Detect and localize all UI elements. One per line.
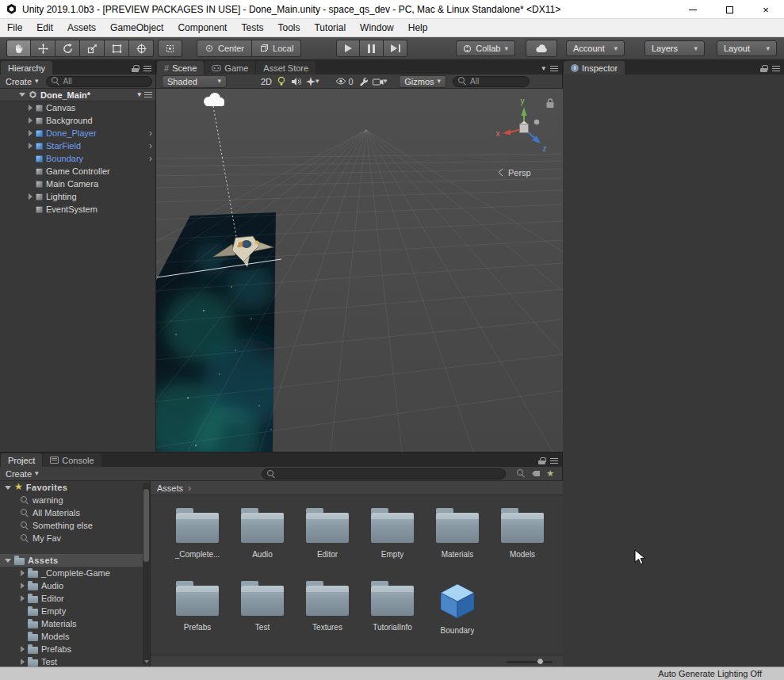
- search-by-label-icon[interactable]: [532, 471, 540, 476]
- panel-menu-icon[interactable]: [550, 66, 558, 71]
- panel-menu-icon[interactable]: [550, 458, 558, 464]
- tree-folder-materials[interactable]: Materials: [0, 617, 150, 630]
- move-tool-button[interactable]: [31, 40, 55, 57]
- collab-dropdown[interactable]: Collab ▾: [456, 40, 515, 56]
- tab-asset-store[interactable]: Asset Store: [256, 61, 316, 74]
- asset-item-models[interactable]: Models: [490, 505, 555, 578]
- tree-folder-editor[interactable]: Editor: [0, 592, 150, 605]
- tree-folder-empty[interactable]: Empty: [0, 605, 150, 617]
- rect-tool-button[interactable]: [105, 40, 129, 57]
- menu-component[interactable]: Component: [170, 19, 234, 36]
- menu-help[interactable]: Help: [401, 19, 435, 36]
- hierarchy-item-eventsystem[interactable]: EventSystem: [0, 203, 155, 216]
- tree-saved-search-something-else[interactable]: Something else: [0, 519, 150, 532]
- search-by-type-icon[interactable]: [517, 469, 526, 478]
- menu-gameobject[interactable]: GameObject: [103, 19, 170, 36]
- layers-dropdown[interactable]: Layers ▾: [644, 40, 705, 56]
- hierarchy-item-done-player[interactable]: Done_Player ›: [0, 127, 155, 139]
- asset-item-boundary-prefab[interactable]: Boundary: [425, 578, 490, 651]
- expand-collapsed-icon[interactable]: [29, 193, 33, 200]
- asset-item-materials[interactable]: Materials: [425, 505, 490, 578]
- expand-expanded-icon[interactable]: [5, 486, 11, 490]
- hierarchy-item-canvas[interactable]: Canvas: [0, 101, 155, 114]
- hierarchy-item-main-camera[interactable]: Main Camera: [0, 178, 155, 190]
- scene-viewport[interactable]: y x z Persp: [156, 89, 563, 452]
- hierarchy-search-input[interactable]: All: [46, 76, 152, 87]
- tree-assets-root[interactable]: Assets: [0, 554, 150, 567]
- 2d-toggle[interactable]: 2D: [258, 75, 274, 88]
- tab-scene[interactable]: # Scene: [157, 61, 204, 74]
- gizmos-dropdown[interactable]: Gizmos ▾: [399, 75, 446, 88]
- hierarchy-item-boundary[interactable]: Boundary ›: [0, 152, 155, 165]
- hierarchy-item-starfield[interactable]: StarField ›: [0, 139, 155, 152]
- scrollbar-down-arrow[interactable]: [144, 660, 149, 663]
- scene-audio-toggle[interactable]: [289, 75, 304, 88]
- rotate-tool-button[interactable]: [55, 40, 80, 57]
- pivot-mode-button[interactable]: Center: [197, 40, 252, 57]
- save-search-star-icon[interactable]: ★: [546, 469, 554, 478]
- expand-collapsed-icon[interactable]: [21, 659, 25, 665]
- caret-down-icon[interactable]: ▾: [541, 65, 545, 72]
- menu-tutorial[interactable]: Tutorial: [307, 19, 353, 36]
- asset-item-complete-game[interactable]: _Complete...: [165, 505, 230, 578]
- close-button[interactable]: ×: [748, 0, 784, 19]
- open-prefab-arrow[interactable]: ›: [149, 139, 152, 152]
- tree-folder-audio[interactable]: Audio: [0, 579, 150, 592]
- icon-size-slider-knob[interactable]: [537, 658, 544, 665]
- open-prefab-arrow[interactable]: ›: [149, 127, 152, 139]
- asset-item-textures[interactable]: Textures: [295, 578, 360, 651]
- project-search-input[interactable]: [262, 468, 506, 479]
- scene-effects-dropdown[interactable]: ▾: [304, 75, 322, 88]
- expand-collapsed-icon[interactable]: [29, 117, 33, 124]
- scene-header-row[interactable]: Done_Main* ▾: [0, 89, 155, 101]
- expand-collapsed-icon[interactable]: [29, 105, 33, 111]
- tab-project[interactable]: Project: [1, 453, 42, 467]
- step-button[interactable]: [384, 40, 407, 57]
- play-button[interactable]: [336, 40, 360, 57]
- asset-item-tutorialinfo[interactable]: TutorialInfo: [360, 578, 425, 651]
- tree-folder-prefabs[interactable]: Prefabs: [0, 643, 150, 655]
- expand-collapsed-icon[interactable]: [21, 595, 25, 602]
- expand-collapsed-icon[interactable]: [29, 130, 33, 136]
- open-prefab-arrow[interactable]: ›: [149, 152, 152, 165]
- expand-collapsed-icon[interactable]: [29, 143, 33, 149]
- rotation-mode-button[interactable]: Local: [252, 40, 301, 57]
- tab-console[interactable]: Console: [43, 453, 101, 467]
- menu-file[interactable]: File: [0, 19, 29, 36]
- expand-collapsed-icon[interactable]: [21, 646, 25, 652]
- menu-window[interactable]: Window: [353, 19, 401, 36]
- project-create-dropdown[interactable]: Create ▾: [3, 469, 41, 479]
- icon-size-slider[interactable]: [507, 661, 553, 663]
- scale-tool-button[interactable]: [80, 40, 105, 57]
- tree-scrollbar[interactable]: [143, 483, 150, 665]
- pause-button[interactable]: [360, 40, 384, 57]
- lock-icon[interactable]: [132, 65, 139, 72]
- hierarchy-item-game-controller[interactable]: Game Controller: [0, 165, 155, 178]
- tree-saved-search-my-fav[interactable]: My Fav: [0, 532, 150, 544]
- account-dropdown[interactable]: Account ▾: [566, 40, 625, 56]
- tree-favorites[interactable]: ★ Favorites: [0, 481, 150, 494]
- menu-assets[interactable]: Assets: [60, 19, 103, 36]
- scene-visibility-toggle[interactable]: 0: [333, 75, 356, 88]
- hand-tool-button[interactable]: [6, 40, 31, 57]
- panel-menu-icon[interactable]: [772, 66, 780, 71]
- asset-item-prefabs[interactable]: Prefabs: [165, 578, 230, 651]
- tab-hierarchy[interactable]: Hierarchy: [1, 61, 52, 74]
- custom-tool-button[interactable]: [158, 40, 182, 57]
- expand-expanded-icon[interactable]: [5, 559, 11, 563]
- asset-item-audio[interactable]: Audio: [230, 505, 295, 578]
- scrollbar-thumb[interactable]: [143, 489, 149, 562]
- tree-saved-search-warning[interactable]: warning: [0, 494, 150, 506]
- breadcrumb-assets[interactable]: Assets: [157, 483, 183, 493]
- tab-inspector[interactable]: Inspector: [564, 61, 625, 74]
- asset-item-empty[interactable]: Empty: [360, 505, 425, 578]
- shading-mode-dropdown[interactable]: Shaded ▾: [162, 75, 227, 88]
- scene-menu-icon[interactable]: [144, 92, 152, 97]
- scene-lighting-toggle[interactable]: [274, 75, 289, 88]
- hierarchy-create-dropdown[interactable]: Create ▾: [3, 77, 41, 86]
- tree-folder-test[interactable]: Test: [0, 655, 150, 667]
- menu-tests[interactable]: Tests: [234, 19, 270, 36]
- tree-folder-models[interactable]: Models: [0, 630, 150, 643]
- scene-search-input[interactable]: All: [453, 76, 530, 87]
- scene-camera-dropdown[interactable]: ▾: [370, 75, 390, 88]
